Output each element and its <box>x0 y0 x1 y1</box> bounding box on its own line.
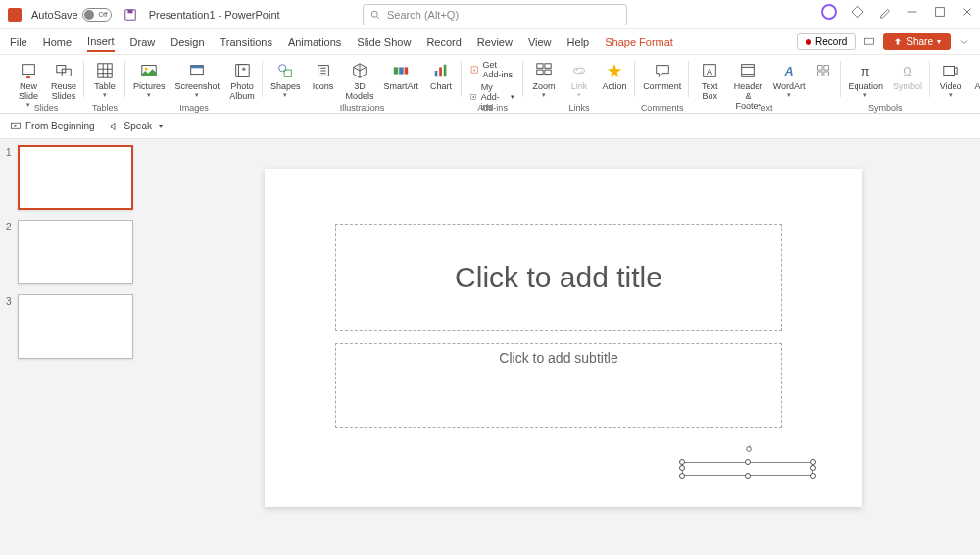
present-icon[interactable] <box>863 36 875 48</box>
rotate-handle-icon[interactable] <box>745 445 753 453</box>
search-box[interactable]: Search (Alt+Q) <box>363 4 627 25</box>
menu-view[interactable]: View <box>528 36 552 48</box>
group-text: AText Box Header & Footer AWordArt▾ Text <box>689 55 840 113</box>
svg-text:A: A <box>707 67 712 76</box>
group-slides: New Slide▾ Reuse Slides Slides <box>8 55 84 113</box>
wordart-button[interactable]: AWordArt▾ <box>770 59 808 101</box>
thumbnail-2[interactable]: 2 <box>6 220 141 284</box>
svg-rect-43 <box>742 65 755 77</box>
equation-button[interactable]: πEquation▾ <box>845 59 888 101</box>
svg-rect-32 <box>444 65 447 77</box>
diamond-icon[interactable] <box>851 5 864 19</box>
resize-handle[interactable] <box>745 459 751 465</box>
selected-shape[interactable] <box>679 451 816 479</box>
svg-text:π: π <box>861 65 870 78</box>
svg-rect-1 <box>127 9 132 13</box>
action-button[interactable]: Action <box>598 59 631 93</box>
maximize-icon[interactable] <box>933 5 947 19</box>
menu-draw[interactable]: Draw <box>130 36 156 48</box>
title-right-controls <box>821 4 974 20</box>
svg-rect-8 <box>865 38 874 44</box>
comment-button[interactable]: Comment <box>639 59 685 93</box>
share-button[interactable]: Share▾ <box>883 33 951 50</box>
symbol-button[interactable]: ΩSymbol <box>889 59 926 93</box>
group-links: Zoom▾ Link▾ Action Links <box>523 55 635 113</box>
zoom-button[interactable]: Zoom▾ <box>527 59 561 101</box>
menu-design[interactable]: Design <box>171 36 204 48</box>
svg-rect-9 <box>23 65 35 75</box>
audio-button[interactable]: Audio▾ <box>969 59 980 101</box>
document-title: Presentation1 - PowerPoint <box>149 9 280 21</box>
save-icon[interactable] <box>123 8 137 22</box>
svg-point-36 <box>473 96 475 98</box>
shapes-button[interactable]: Shapes▾ <box>267 59 305 101</box>
resize-handle[interactable] <box>810 465 816 471</box>
reuse-slides-button[interactable]: Reuse Slides <box>47 59 80 103</box>
svg-rect-28 <box>400 67 405 74</box>
get-addins-button[interactable]: +Get Add-ins <box>467 59 517 80</box>
svg-point-25 <box>279 65 286 72</box>
resize-handle[interactable] <box>745 473 751 479</box>
smartart-button[interactable]: SmartArt <box>380 59 423 93</box>
search-icon <box>369 9 381 21</box>
overflow-button[interactable]: ⋯ <box>178 121 188 131</box>
menu-insert[interactable]: Insert <box>87 35 115 52</box>
menu-animations[interactable]: Animations <box>288 36 341 48</box>
thumbnail-3[interactable]: 3 <box>6 294 141 359</box>
menu-record[interactable]: Record <box>426 36 461 48</box>
close-icon[interactable] <box>960 5 974 19</box>
pictures-button[interactable]: Pictures▾ <box>129 59 170 101</box>
svg-rect-29 <box>405 67 409 74</box>
group-symbols: πEquation▾ ΩSymbol Symbols <box>841 55 931 113</box>
thumbnail-panel[interactable]: 1 2 3 <box>0 139 147 555</box>
svg-rect-5 <box>936 8 945 17</box>
speak-button[interactable]: Speak▾ <box>109 121 163 132</box>
menu-file[interactable]: File <box>10 36 27 48</box>
textbox-button[interactable]: AText Box <box>693 59 726 103</box>
svg-rect-31 <box>439 67 442 76</box>
menu-review[interactable]: Review <box>477 36 513 48</box>
video-button[interactable]: Video▾ <box>934 59 967 101</box>
resize-handle[interactable] <box>679 465 685 471</box>
title-placeholder[interactable]: Click to add title <box>335 224 782 331</box>
svg-rect-48 <box>824 66 829 71</box>
slide[interactable]: Click to add title Click to add subtitle <box>265 169 862 507</box>
icons-button[interactable]: Icons <box>307 59 340 93</box>
autosave-toggle[interactable]: Off <box>82 8 112 22</box>
menu-transitions[interactable]: Transitions <box>220 36 272 48</box>
menu-help[interactable]: Help <box>567 36 590 48</box>
table-button[interactable]: Table▾ <box>88 59 122 101</box>
group-addins: +Get Add-ins My Add-ins▾ Add-ins <box>462 55 523 113</box>
pen-icon[interactable] <box>878 5 892 19</box>
slide-canvas-area[interactable]: Click to add title Click to add subtitle <box>147 139 980 555</box>
resize-handle[interactable] <box>810 473 816 479</box>
menu-slideshow[interactable]: Slide Show <box>357 36 411 48</box>
screenshot-button[interactable]: Screenshot▾ <box>172 59 224 101</box>
svg-rect-38 <box>545 64 551 69</box>
user-avatar[interactable] <box>821 4 837 20</box>
group-illustrations: Shapes▾ Icons 3D Models SmartArt Chart I… <box>263 55 462 113</box>
3d-models-button[interactable]: 3D Models <box>342 59 378 103</box>
subtitle-placeholder[interactable]: Click to add subtitle <box>335 343 782 428</box>
link-button[interactable]: Link▾ <box>563 59 596 101</box>
svg-rect-37 <box>537 64 543 69</box>
chart-button[interactable]: Chart <box>424 59 458 93</box>
svg-rect-50 <box>824 72 829 76</box>
resize-handle[interactable] <box>679 473 685 479</box>
minimize-icon[interactable] <box>906 5 919 19</box>
svg-text:A: A <box>784 65 794 78</box>
thumbnail-1[interactable]: 1 <box>6 145 141 210</box>
text-more-button[interactable] <box>810 59 837 83</box>
record-button[interactable]: Record <box>797 33 856 50</box>
svg-rect-10 <box>26 76 30 78</box>
autosave-label: AutoSave <box>31 9 78 21</box>
from-beginning-button[interactable]: From Beginning <box>10 121 95 132</box>
collapse-ribbon-icon[interactable] <box>958 36 970 48</box>
group-media: Video▾ Audio▾ Screen Recording Media <box>930 55 980 113</box>
menu-home[interactable]: Home <box>43 36 72 48</box>
svg-point-19 <box>145 68 148 71</box>
svg-point-24 <box>242 67 246 71</box>
menu-shape-format[interactable]: Shape Format <box>605 36 673 48</box>
photo-album-button[interactable]: Photo Album <box>225 59 259 103</box>
svg-rect-40 <box>545 70 551 75</box>
